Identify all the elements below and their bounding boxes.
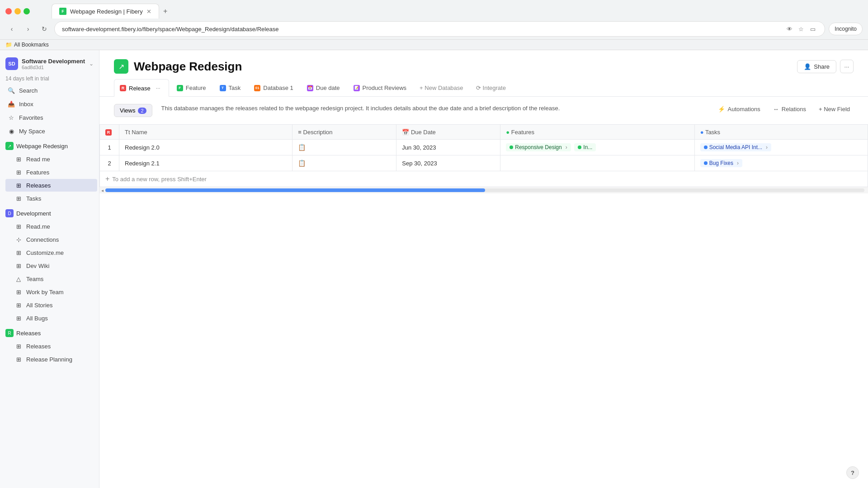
new-database-button[interactable]: + New Database xyxy=(414,81,468,95)
sidebar-item-connections[interactable]: ⊹ Connections xyxy=(5,233,97,246)
tab-more-release[interactable]: ··· xyxy=(153,83,163,93)
row-name-2[interactable]: Redesign 2.1 xyxy=(119,155,292,171)
scrollbar-handle[interactable] xyxy=(105,188,485,192)
section-children-dev: ⊞ Read.me ⊹ Connections ⊞ Customize.me ⊞… xyxy=(0,220,99,324)
workspace-avatar: SD xyxy=(5,57,18,70)
more-arrow-task-1: › xyxy=(766,144,768,150)
row-name-1[interactable]: Redesign 2.0 xyxy=(119,140,292,155)
forward-button[interactable]: › xyxy=(22,23,34,35)
tab-database1[interactable]: 01 Database 1 xyxy=(248,80,299,95)
page-header: ↗ Webpage Redesign 👤 Share ··· xyxy=(99,50,868,79)
tab-title: Webpage Redesign | Fibery xyxy=(70,8,143,15)
section-header-webpage-redesign[interactable]: ↗ Webpage Redesign xyxy=(0,140,99,152)
feature-tag-2[interactable]: In... xyxy=(574,143,596,151)
bookmark-icon[interactable]: ☆ xyxy=(797,24,806,33)
task-tag-2[interactable]: Bug Fixes › xyxy=(700,159,742,167)
main-content: ↗ Webpage Redesign 👤 Share ··· R Release… xyxy=(99,50,868,488)
grid-icon-readme: ⊞ xyxy=(14,155,23,163)
sidebar-item-workbyteam[interactable]: ⊞ Work by Team xyxy=(5,286,97,298)
tab-label-db1: Database 1 xyxy=(263,84,293,91)
help-button[interactable]: ? xyxy=(846,466,859,479)
th-tasks[interactable]: ● Tasks xyxy=(694,125,868,140)
task-tag-1[interactable]: Social Media API Int... › xyxy=(700,143,771,151)
row-features-1: Responsive Design › In... xyxy=(500,140,694,155)
tab-duedate[interactable]: 📅 Due date xyxy=(301,80,346,95)
sidebar-item-customizeme[interactable]: ⊞ Customize.me xyxy=(5,246,97,259)
sidebar-item-allstories[interactable]: ⊞ All Stories xyxy=(5,299,97,311)
chevron-down-icon: ⌄ xyxy=(89,61,94,67)
back-button[interactable]: ‹ xyxy=(5,23,18,35)
close-button[interactable] xyxy=(5,8,12,14)
feature-tag-1[interactable]: Responsive Design › xyxy=(506,143,571,151)
active-tab[interactable]: F Webpage Redesign | Fibery ✕ xyxy=(52,4,159,19)
new-field-button[interactable]: + New Field xyxy=(815,104,854,114)
sidebar-item-search[interactable]: 🔍 Search xyxy=(2,84,97,97)
sidebar-item-releaseplanning[interactable]: ⊞ Release Planning xyxy=(5,353,97,366)
workspace-header[interactable]: SD Software Development 6ad8d3d1 ⌄ xyxy=(0,54,99,74)
tab-dot-feature: F xyxy=(177,85,183,91)
incognito-button[interactable]: Incognito xyxy=(829,23,863,35)
integrate-button[interactable]: ⟳ Integrate xyxy=(471,81,511,95)
sidebar-item-allbugs[interactable]: ⊞ All Bugs xyxy=(5,312,97,324)
scrollbar-track[interactable] xyxy=(105,188,864,192)
integrate-label: Integrate xyxy=(483,84,506,91)
th-features[interactable]: ● Features xyxy=(500,125,694,140)
tab-task[interactable]: T Task xyxy=(214,80,247,95)
trial-banner: 14 days left in trial xyxy=(0,74,99,84)
section-releases: R Releases ⊞ Releases ⊞ Release Planning xyxy=(0,327,99,366)
new-field-label: + New Field xyxy=(819,106,850,113)
th-description[interactable]: ≡ Description xyxy=(292,125,396,140)
profile-icon[interactable]: ▭ xyxy=(808,24,817,33)
sidebar-item-readme-dev[interactable]: ⊞ Read.me xyxy=(5,220,97,233)
row-desc-2[interactable]: 📋 xyxy=(292,155,396,171)
user-icon: ◉ xyxy=(7,127,15,135)
reload-button[interactable]: ↻ xyxy=(38,23,51,35)
tab-dot-productreviews: 📝 xyxy=(354,85,360,91)
relations-button[interactable]: ↔ Relations xyxy=(769,104,810,114)
sidebar-item-releases-sub[interactable]: ⊞ Releases xyxy=(5,340,97,352)
grid-icon-features: ⊞ xyxy=(14,168,23,176)
add-row-button[interactable]: + To add a new row, press Shift+Enter xyxy=(99,171,868,187)
page-actions: 👤 Share ··· xyxy=(797,60,854,73)
tab-close-button[interactable]: ✕ xyxy=(146,8,151,15)
maximize-button[interactable] xyxy=(24,8,30,14)
feature-dot-2 xyxy=(578,145,581,149)
tab-productreviews[interactable]: 📝 Product Reviews xyxy=(348,80,413,95)
row-date-1: Jun 30, 2023 xyxy=(396,140,500,155)
row-desc-1[interactable]: 📋 xyxy=(292,140,396,155)
favorites-label: Favorites xyxy=(19,114,43,121)
sidebar-item-features[interactable]: ⊞ Features xyxy=(5,166,97,178)
section-icon-dev: D xyxy=(5,209,14,217)
address-bar[interactable]: software-development.fibery.io/fibery/sp… xyxy=(54,21,825,37)
add-row-hint: To add a new row, press Shift+Enter xyxy=(112,176,206,183)
row-num-2: 2 xyxy=(100,155,119,171)
horizontal-scrollbar[interactable]: ◂ xyxy=(99,187,868,193)
row-tasks-2: Bug Fixes › xyxy=(694,155,868,171)
th-duedate[interactable]: 📅 Due Date xyxy=(396,125,500,140)
minimize-button[interactable] xyxy=(14,8,21,14)
sidebar-item-inbox[interactable]: 📥 Inbox xyxy=(2,98,97,110)
automations-button[interactable]: ⚡ Automations xyxy=(714,104,764,114)
desc-icon-2: 📋 xyxy=(298,160,306,167)
sidebar-item-releases-webpage[interactable]: ⊞ Releases xyxy=(5,179,97,192)
new-tab-button[interactable]: + xyxy=(159,5,172,18)
share-button[interactable]: 👤 Share xyxy=(797,60,836,73)
more-options-button[interactable]: ··· xyxy=(840,60,854,73)
devwiki-label: Dev Wiki xyxy=(26,263,49,269)
section-header-development[interactable]: D Development xyxy=(0,207,99,220)
tab-feature[interactable]: F Feature xyxy=(171,80,212,95)
scroll-left-arrow[interactable]: ◂ xyxy=(101,188,104,193)
th-name[interactable]: Tt Name xyxy=(119,125,292,140)
tab-release[interactable]: R Release ··· xyxy=(114,79,169,97)
sidebar-item-myspace[interactable]: ◉ My Space xyxy=(2,125,97,137)
section-header-releases[interactable]: R Releases xyxy=(0,327,99,339)
views-button[interactable]: Views 2 xyxy=(114,104,152,117)
url-text: software-development.fibery.io/fibery/sp… xyxy=(62,26,781,33)
sidebar-item-readme-webpage[interactable]: ⊞ Read me xyxy=(5,153,97,165)
sidebar-item-favorites[interactable]: ☆ Favorites xyxy=(2,111,97,124)
sidebar-item-devwiki[interactable]: ⊞ Dev Wiki xyxy=(5,259,97,272)
sidebar-item-tasks[interactable]: ⊞ Tasks xyxy=(5,192,97,205)
views-section: Views 2 This database manages the releas… xyxy=(99,97,868,124)
sidebar-item-teams[interactable]: △ Teams xyxy=(5,272,97,285)
window-controls[interactable] xyxy=(5,8,30,14)
